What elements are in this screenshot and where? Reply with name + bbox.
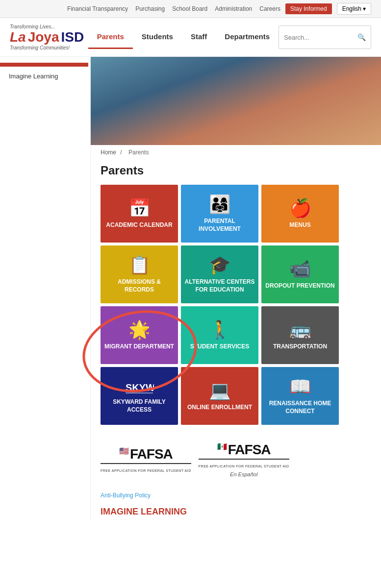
tile-alternative-centers[interactable]: 🎓 Alternative Centers for Education [181, 245, 258, 303]
logo-tagline-top: Transforming Lives... [10, 24, 84, 29]
page-body: Imagine Learning [0, 57, 381, 522]
nav-staff[interactable]: Staff [182, 25, 216, 49]
tile-student-services[interactable]: 🚶 Student Services [181, 306, 258, 364]
fafsa-title-en: FAFSA [130, 446, 173, 462]
tile-parental-involvement-label: Parental Involvement [181, 218, 258, 233]
hero-people-bg [91, 57, 381, 145]
fafsa-subtitle-es: FREE APPLICATION FOR FEDERAL STUDENT AID [199, 465, 289, 468]
hero-bg-gradient [91, 57, 381, 145]
walking-icon: 🚶 [209, 319, 231, 340]
school-board-link[interactable]: School Board [172, 5, 207, 12]
logo-la: La [10, 29, 26, 45]
search-button[interactable]: 🔍 [353, 30, 371, 44]
tile-menus-label: MENUS [286, 221, 313, 229]
stay-informed-button[interactable]: Stay Informed [285, 3, 332, 14]
fafsa-english-block[interactable]: 🇺🇸 FAFSA FREE APPLICATION FOR FEDERAL ST… [101, 446, 191, 474]
breadcrumb-current: Parents [128, 149, 149, 156]
top-bar: Financial Transparency Purchasing School… [0, 0, 381, 18]
apple-icon: 🍎 [289, 198, 311, 219]
logo-tagline-bottom: Transforming Communities! [10, 45, 84, 50]
tiles-grid: 📅 ACADEMIC CALENDAR 👨‍👩‍👧 Parental Invol… [91, 185, 341, 435]
site-header: Transforming Lives... La Joya ISD Transf… [0, 18, 381, 57]
tile-skyward[interactable]: SKYWARD SKYWARD Family Access [101, 367, 178, 425]
book-home-icon: 📖 [289, 376, 311, 397]
fafsa-espanol: En Español [230, 471, 257, 477]
tile-parental-involvement[interactable]: 👨‍👩‍👧 Parental Involvement [181, 185, 258, 243]
anti-bullying-link[interactable]: Anti-Bullying Policy [101, 492, 151, 499]
computer-icon: 💻 [209, 380, 231, 401]
tile-skyward-label: SKYWARD Family Access [101, 398, 178, 414]
breadcrumb-separator: / [120, 149, 122, 156]
logo[interactable]: Transforming Lives... La Joya ISD Transf… [10, 24, 84, 50]
star-icon: 🌟 [128, 319, 151, 340]
main-nav: Parents Students Staff Departments 🔍 [88, 25, 371, 49]
bottom-links: Anti-Bullying Policy [91, 486, 381, 504]
logo-isd: ISD [61, 29, 84, 45]
tile-transportation[interactable]: 🚌 Transportation [261, 306, 339, 364]
financial-transparency-link[interactable]: Financial Transparency [67, 5, 128, 12]
tile-admissions-label: Admissions & Records [101, 278, 178, 294]
administration-link[interactable]: Administration [215, 5, 252, 12]
breadcrumb: Home / Parents [91, 145, 381, 160]
family-icon: 👨‍👩‍👧 [209, 194, 231, 215]
search-area: 🔍 [279, 25, 371, 49]
tile-transportation-label: Transportation [270, 343, 330, 351]
imagine-learning-title: IMAGINE LEARNING [91, 504, 381, 522]
tiles-section: 📅 ACADEMIC CALENDAR 👨‍👩‍👧 Parental Invol… [91, 185, 381, 435]
top-bar-links: Financial Transparency Purchasing School… [67, 5, 280, 12]
main-content: Home / Parents Parents 📅 ACADEMIC CALEND… [91, 57, 381, 522]
tile-admissions-records[interactable]: 📋 Admissions & Records [101, 245, 178, 303]
nav-students[interactable]: Students [133, 25, 182, 49]
chevron-down-icon: ▾ [363, 5, 366, 12]
tile-student-services-label: Student Services [187, 343, 252, 351]
search-input[interactable] [279, 31, 353, 44]
logo-joya: Joya [28, 29, 59, 45]
sidebar-accent-bar [0, 63, 88, 67]
sidebar: Imagine Learning [0, 57, 91, 522]
flag-icon-es: 🇲🇽 [217, 442, 227, 451]
nav-parents[interactable]: Parents [88, 25, 133, 49]
tile-renaissance-label: RENAISSANCE HOME CONNECT [261, 400, 339, 415]
hero-image [91, 57, 381, 145]
fafsa-subtitle-en: FREE APPLICATION FOR FEDERAL STUDENT AID [101, 469, 191, 472]
fafsa-section: 🇺🇸 FAFSA FREE APPLICATION FOR FEDERAL ST… [91, 435, 381, 486]
nav-departments[interactable]: Departments [216, 25, 279, 49]
tile-migrant-department[interactable]: 🌟 Migrant Department [101, 306, 178, 364]
tile-academic-calendar[interactable]: 📅 ACADEMIC CALENDAR [101, 185, 178, 243]
sidebar-item-imagine-learning[interactable]: Imagine Learning [0, 67, 90, 86]
flag-icon-en: 🇺🇸 [119, 446, 129, 456]
tile-academic-calendar-label: ACADEMIC CALENDAR [103, 221, 175, 229]
tile-menus[interactable]: 🍎 MENUS [261, 185, 339, 243]
breadcrumb-home[interactable]: Home [101, 149, 116, 156]
graduation-icon: 🎓 [209, 255, 231, 275]
tile-alternative-label: Alternative Centers for Education [181, 278, 258, 294]
fafsa-spanish-block[interactable]: 🇲🇽 FAFSA FREE APPLICATION FOR FEDERAL ST… [199, 442, 289, 478]
tile-online-enrollment[interactable]: 💻 Online Enrollment [181, 367, 258, 425]
clipboard-icon: 📋 [128, 255, 151, 275]
tile-dropout-label: Dropout Prevention [262, 282, 337, 290]
english-button[interactable]: English ▾ [337, 3, 371, 15]
tile-renaissance[interactable]: 📖 RENAISSANCE HOME CONNECT [261, 367, 339, 425]
purchasing-link[interactable]: Purchasing [135, 5, 165, 12]
fafsa-title-es: FAFSA [228, 442, 271, 458]
tile-dropout-prevention[interactable]: 📹 Dropout Prevention [261, 245, 339, 303]
english-label: English [342, 5, 361, 12]
svg-text:SKYWARD: SKYWARD [126, 382, 154, 393]
calendar-icon: 📅 [128, 198, 151, 219]
tile-enrollment-label: Online Enrollment [184, 404, 255, 412]
bus-icon: 🚌 [289, 319, 311, 340]
page-title: Parents [91, 160, 381, 185]
careers-link[interactable]: Careers [259, 5, 280, 12]
skyward-logo-icon: SKYWARD [125, 378, 154, 395]
tile-migrant-label: Migrant Department [102, 343, 177, 351]
logo-name: La Joya ISD [10, 29, 84, 45]
camera-icon: 📹 [289, 259, 311, 279]
